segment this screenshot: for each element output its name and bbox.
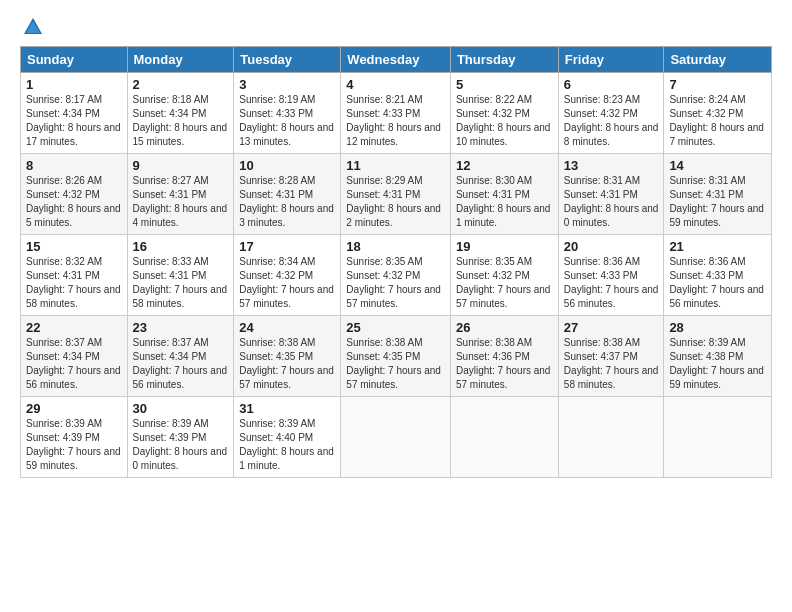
day-number: 22 — [26, 320, 122, 335]
calendar-cell — [558, 397, 664, 478]
logo — [20, 16, 44, 38]
calendar-cell: 21 Sunrise: 8:36 AM Sunset: 4:33 PM Dayl… — [664, 235, 772, 316]
day-info: Sunrise: 8:36 AM Sunset: 4:33 PM Dayligh… — [669, 255, 766, 311]
day-number: 11 — [346, 158, 445, 173]
day-number: 17 — [239, 239, 335, 254]
day-info: Sunrise: 8:33 AM Sunset: 4:31 PM Dayligh… — [133, 255, 229, 311]
day-info: Sunrise: 8:39 AM Sunset: 4:40 PM Dayligh… — [239, 417, 335, 473]
day-number: 28 — [669, 320, 766, 335]
day-number: 29 — [26, 401, 122, 416]
calendar-header-tuesday: Tuesday — [234, 47, 341, 73]
calendar-header-thursday: Thursday — [450, 47, 558, 73]
day-number: 5 — [456, 77, 553, 92]
day-number: 3 — [239, 77, 335, 92]
calendar-cell: 19 Sunrise: 8:35 AM Sunset: 4:32 PM Dayl… — [450, 235, 558, 316]
day-number: 18 — [346, 239, 445, 254]
calendar-cell: 16 Sunrise: 8:33 AM Sunset: 4:31 PM Dayl… — [127, 235, 234, 316]
day-number: 25 — [346, 320, 445, 335]
day-info: Sunrise: 8:21 AM Sunset: 4:33 PM Dayligh… — [346, 93, 445, 149]
day-info: Sunrise: 8:17 AM Sunset: 4:34 PM Dayligh… — [26, 93, 122, 149]
day-info: Sunrise: 8:26 AM Sunset: 4:32 PM Dayligh… — [26, 174, 122, 230]
day-number: 30 — [133, 401, 229, 416]
calendar-cell: 28 Sunrise: 8:39 AM Sunset: 4:38 PM Dayl… — [664, 316, 772, 397]
day-info: Sunrise: 8:38 AM Sunset: 4:36 PM Dayligh… — [456, 336, 553, 392]
day-info: Sunrise: 8:22 AM Sunset: 4:32 PM Dayligh… — [456, 93, 553, 149]
calendar-header-monday: Monday — [127, 47, 234, 73]
calendar-cell: 25 Sunrise: 8:38 AM Sunset: 4:35 PM Dayl… — [341, 316, 451, 397]
calendar-cell: 14 Sunrise: 8:31 AM Sunset: 4:31 PM Dayl… — [664, 154, 772, 235]
day-number: 14 — [669, 158, 766, 173]
day-info: Sunrise: 8:31 AM Sunset: 4:31 PM Dayligh… — [669, 174, 766, 230]
day-number: 26 — [456, 320, 553, 335]
calendar-cell: 27 Sunrise: 8:38 AM Sunset: 4:37 PM Dayl… — [558, 316, 664, 397]
day-info: Sunrise: 8:37 AM Sunset: 4:34 PM Dayligh… — [26, 336, 122, 392]
day-number: 2 — [133, 77, 229, 92]
calendar-cell: 18 Sunrise: 8:35 AM Sunset: 4:32 PM Dayl… — [341, 235, 451, 316]
day-number: 20 — [564, 239, 659, 254]
calendar-cell: 31 Sunrise: 8:39 AM Sunset: 4:40 PM Dayl… — [234, 397, 341, 478]
logo-icon — [22, 16, 44, 38]
day-info: Sunrise: 8:19 AM Sunset: 4:33 PM Dayligh… — [239, 93, 335, 149]
calendar-cell — [664, 397, 772, 478]
day-number: 12 — [456, 158, 553, 173]
calendar-week-4: 22 Sunrise: 8:37 AM Sunset: 4:34 PM Dayl… — [21, 316, 772, 397]
calendar-cell: 3 Sunrise: 8:19 AM Sunset: 4:33 PM Dayli… — [234, 73, 341, 154]
calendar-cell: 5 Sunrise: 8:22 AM Sunset: 4:32 PM Dayli… — [450, 73, 558, 154]
calendar-week-1: 1 Sunrise: 8:17 AM Sunset: 4:34 PM Dayli… — [21, 73, 772, 154]
day-number: 7 — [669, 77, 766, 92]
calendar-cell — [341, 397, 451, 478]
calendar-header-friday: Friday — [558, 47, 664, 73]
calendar-cell: 13 Sunrise: 8:31 AM Sunset: 4:31 PM Dayl… — [558, 154, 664, 235]
day-info: Sunrise: 8:34 AM Sunset: 4:32 PM Dayligh… — [239, 255, 335, 311]
page: SundayMondayTuesdayWednesdayThursdayFrid… — [0, 0, 792, 488]
calendar-cell: 11 Sunrise: 8:29 AM Sunset: 4:31 PM Dayl… — [341, 154, 451, 235]
calendar-table: SundayMondayTuesdayWednesdayThursdayFrid… — [20, 46, 772, 478]
day-number: 9 — [133, 158, 229, 173]
day-number: 16 — [133, 239, 229, 254]
calendar-cell: 29 Sunrise: 8:39 AM Sunset: 4:39 PM Dayl… — [21, 397, 128, 478]
day-info: Sunrise: 8:29 AM Sunset: 4:31 PM Dayligh… — [346, 174, 445, 230]
day-number: 13 — [564, 158, 659, 173]
calendar-cell: 20 Sunrise: 8:36 AM Sunset: 4:33 PM Dayl… — [558, 235, 664, 316]
calendar-cell: 7 Sunrise: 8:24 AM Sunset: 4:32 PM Dayli… — [664, 73, 772, 154]
day-info: Sunrise: 8:35 AM Sunset: 4:32 PM Dayligh… — [346, 255, 445, 311]
calendar-cell: 6 Sunrise: 8:23 AM Sunset: 4:32 PM Dayli… — [558, 73, 664, 154]
day-info: Sunrise: 8:37 AM Sunset: 4:34 PM Dayligh… — [133, 336, 229, 392]
day-info: Sunrise: 8:39 AM Sunset: 4:38 PM Dayligh… — [669, 336, 766, 392]
calendar-header-sunday: Sunday — [21, 47, 128, 73]
day-number: 15 — [26, 239, 122, 254]
day-info: Sunrise: 8:35 AM Sunset: 4:32 PM Dayligh… — [456, 255, 553, 311]
day-number: 27 — [564, 320, 659, 335]
day-number: 6 — [564, 77, 659, 92]
calendar-cell: 12 Sunrise: 8:30 AM Sunset: 4:31 PM Dayl… — [450, 154, 558, 235]
day-number: 10 — [239, 158, 335, 173]
calendar-cell — [450, 397, 558, 478]
calendar-header-row: SundayMondayTuesdayWednesdayThursdayFrid… — [21, 47, 772, 73]
day-info: Sunrise: 8:38 AM Sunset: 4:37 PM Dayligh… — [564, 336, 659, 392]
calendar-cell: 30 Sunrise: 8:39 AM Sunset: 4:39 PM Dayl… — [127, 397, 234, 478]
calendar-cell: 8 Sunrise: 8:26 AM Sunset: 4:32 PM Dayli… — [21, 154, 128, 235]
day-info: Sunrise: 8:30 AM Sunset: 4:31 PM Dayligh… — [456, 174, 553, 230]
day-number: 23 — [133, 320, 229, 335]
calendar-cell: 15 Sunrise: 8:32 AM Sunset: 4:31 PM Dayl… — [21, 235, 128, 316]
day-number: 19 — [456, 239, 553, 254]
calendar-week-3: 15 Sunrise: 8:32 AM Sunset: 4:31 PM Dayl… — [21, 235, 772, 316]
calendar-cell: 17 Sunrise: 8:34 AM Sunset: 4:32 PM Dayl… — [234, 235, 341, 316]
day-number: 4 — [346, 77, 445, 92]
day-info: Sunrise: 8:18 AM Sunset: 4:34 PM Dayligh… — [133, 93, 229, 149]
day-number: 21 — [669, 239, 766, 254]
day-info: Sunrise: 8:24 AM Sunset: 4:32 PM Dayligh… — [669, 93, 766, 149]
day-info: Sunrise: 8:36 AM Sunset: 4:33 PM Dayligh… — [564, 255, 659, 311]
day-info: Sunrise: 8:31 AM Sunset: 4:31 PM Dayligh… — [564, 174, 659, 230]
header — [20, 16, 772, 38]
day-number: 8 — [26, 158, 122, 173]
day-number: 24 — [239, 320, 335, 335]
calendar-cell: 10 Sunrise: 8:28 AM Sunset: 4:31 PM Dayl… — [234, 154, 341, 235]
calendar-cell: 23 Sunrise: 8:37 AM Sunset: 4:34 PM Dayl… — [127, 316, 234, 397]
calendar-cell: 4 Sunrise: 8:21 AM Sunset: 4:33 PM Dayli… — [341, 73, 451, 154]
calendar-week-5: 29 Sunrise: 8:39 AM Sunset: 4:39 PM Dayl… — [21, 397, 772, 478]
day-info: Sunrise: 8:28 AM Sunset: 4:31 PM Dayligh… — [239, 174, 335, 230]
calendar-cell: 9 Sunrise: 8:27 AM Sunset: 4:31 PM Dayli… — [127, 154, 234, 235]
day-info: Sunrise: 8:39 AM Sunset: 4:39 PM Dayligh… — [133, 417, 229, 473]
calendar-cell: 22 Sunrise: 8:37 AM Sunset: 4:34 PM Dayl… — [21, 316, 128, 397]
